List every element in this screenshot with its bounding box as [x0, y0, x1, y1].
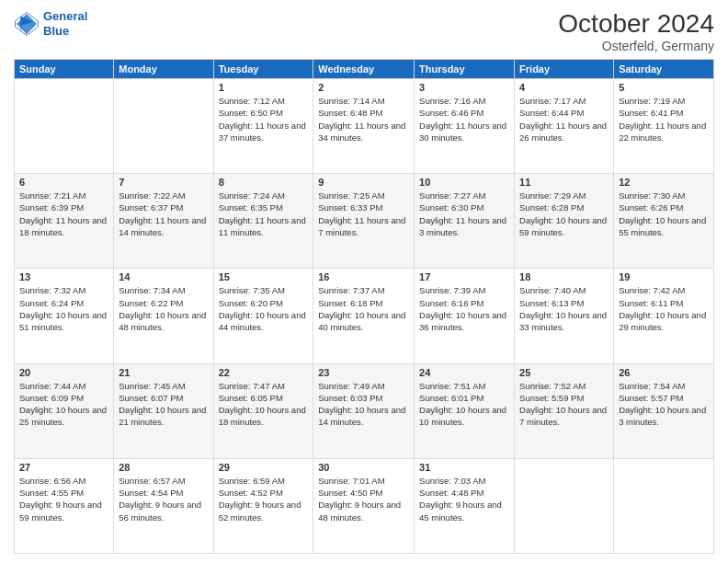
day-number: 6: [19, 177, 108, 188]
cell-3-5: 25 Sunrise: 7:52 AM Sunset: 5:59 PM Dayl…: [515, 363, 614, 458]
day-number: 23: [318, 367, 409, 378]
sunset-text: Sunset: 4:48 PM: [419, 488, 483, 498]
daylight-text: Daylight: 10 hours and 48 minutes.: [119, 310, 206, 332]
sunrise-text: Sunrise: 7:25 AM: [318, 190, 384, 201]
daylight-text: Daylight: 10 hours and 25 minutes.: [19, 405, 107, 427]
daylight-text: Daylight: 10 hours and 33 minutes.: [519, 310, 607, 332]
day-number: 27: [19, 462, 108, 473]
daylight-text: Daylight: 11 hours and 26 minutes.: [519, 121, 607, 143]
week-row-4: 27 Sunrise: 6:56 AM Sunset: 4:55 PM Dayl…: [15, 458, 714, 553]
day-info: Sunrise: 7:54 AM Sunset: 5:57 PM Dayligh…: [619, 380, 709, 429]
sunset-text: Sunset: 6:18 PM: [318, 298, 382, 308]
sunrise-text: Sunrise: 7:39 AM: [419, 285, 485, 295]
sunset-text: Sunset: 4:50 PM: [318, 488, 382, 498]
sunrise-text: Sunrise: 7:44 AM: [19, 381, 85, 391]
header: General Blue October 2024 Osterfeld, Ger…: [14, 9, 714, 53]
daylight-text: Daylight: 11 hours and 7 minutes.: [318, 215, 405, 237]
cell-2-6: 19 Sunrise: 7:42 AM Sunset: 6:11 PM Dayl…: [614, 269, 714, 363]
cell-1-4: 10 Sunrise: 7:27 AM Sunset: 6:30 PM Dayl…: [415, 174, 515, 269]
cell-3-6: 26 Sunrise: 7:54 AM Sunset: 5:57 PM Dayl…: [614, 363, 714, 458]
day-number: 4: [519, 82, 609, 93]
sunset-text: Sunset: 6:09 PM: [19, 393, 84, 403]
day-info: Sunrise: 7:51 AM Sunset: 6:01 PM Dayligh…: [419, 380, 509, 429]
day-info: Sunrise: 7:47 AM Sunset: 6:05 PM Dayligh…: [219, 380, 309, 429]
day-info: Sunrise: 7:19 AM Sunset: 6:41 PM Dayligh…: [619, 95, 709, 144]
sunrise-text: Sunrise: 7:32 AM: [19, 285, 85, 295]
daylight-text: Daylight: 10 hours and 51 minutes.: [19, 310, 107, 332]
cell-3-0: 20 Sunrise: 7:44 AM Sunset: 6:09 PM Dayl…: [15, 363, 114, 458]
day-number: 19: [619, 271, 709, 282]
sunset-text: Sunset: 4:52 PM: [219, 488, 283, 498]
cell-2-0: 13 Sunrise: 7:32 AM Sunset: 6:24 PM Dayl…: [15, 269, 114, 363]
cell-3-2: 22 Sunrise: 7:47 AM Sunset: 6:05 PM Dayl…: [213, 363, 313, 458]
sunset-text: Sunset: 6:26 PM: [619, 202, 683, 213]
daylight-text: Daylight: 9 hours and 59 minutes.: [19, 500, 102, 522]
day-info: Sunrise: 7:24 AM Sunset: 6:35 PM Dayligh…: [219, 190, 309, 238]
sunset-text: Sunset: 6:05 PM: [219, 393, 283, 403]
daylight-text: Daylight: 11 hours and 14 minutes.: [119, 215, 206, 237]
cell-1-5: 11 Sunrise: 7:29 AM Sunset: 6:28 PM Dayl…: [515, 174, 614, 269]
day-info: Sunrise: 7:44 AM Sunset: 6:09 PM Dayligh…: [19, 380, 108, 429]
sunrise-text: Sunrise: 7:17 AM: [519, 96, 586, 106]
daylight-text: Daylight: 10 hours and 21 minutes.: [119, 405, 206, 427]
cell-0-0: [15, 79, 114, 174]
daylight-text: Daylight: 9 hours and 45 minutes.: [419, 500, 502, 522]
sunrise-text: Sunrise: 7:49 AM: [318, 381, 384, 391]
sunset-text: Sunset: 6:37 PM: [119, 202, 183, 213]
calendar-table: Sunday Monday Tuesday Wednesday Thursday…: [14, 59, 714, 554]
cell-1-1: 7 Sunrise: 7:22 AM Sunset: 6:37 PM Dayli…: [114, 174, 213, 269]
cell-2-3: 16 Sunrise: 7:37 AM Sunset: 6:18 PM Dayl…: [313, 269, 415, 363]
daylight-text: Daylight: 10 hours and 3 minutes.: [619, 405, 706, 427]
sunset-text: Sunset: 6:35 PM: [219, 202, 283, 213]
daylight-text: Daylight: 10 hours and 44 minutes.: [219, 310, 306, 332]
sunset-text: Sunset: 6:03 PM: [318, 393, 382, 403]
header-saturday: Saturday: [614, 60, 714, 79]
day-number: 22: [219, 367, 309, 378]
day-number: 12: [619, 177, 709, 188]
sunset-text: Sunset: 6:30 PM: [419, 202, 483, 213]
daylight-text: Daylight: 10 hours and 18 minutes.: [219, 405, 306, 427]
sunset-text: Sunset: 6:48 PM: [318, 108, 382, 118]
daylight-text: Daylight: 10 hours and 36 minutes.: [419, 310, 506, 332]
sunrise-text: Sunrise: 7:24 AM: [219, 190, 285, 201]
cell-2-2: 15 Sunrise: 7:35 AM Sunset: 6:20 PM Dayl…: [213, 269, 313, 363]
sunrise-text: Sunrise: 7:14 AM: [318, 96, 384, 106]
daylight-text: Daylight: 11 hours and 37 minutes.: [219, 121, 306, 143]
sunset-text: Sunset: 6:44 PM: [519, 108, 584, 118]
day-number: 7: [119, 177, 208, 188]
cell-4-1: 28 Sunrise: 6:57 AM Sunset: 4:54 PM Dayl…: [114, 458, 213, 553]
day-info: Sunrise: 7:14 AM Sunset: 6:48 PM Dayligh…: [318, 95, 409, 144]
day-number: 18: [519, 271, 609, 282]
day-info: Sunrise: 6:59 AM Sunset: 4:52 PM Dayligh…: [219, 475, 309, 523]
sunrise-text: Sunrise: 7:54 AM: [619, 381, 685, 391]
day-number: 14: [119, 271, 208, 282]
daylight-text: Daylight: 10 hours and 59 minutes.: [519, 215, 607, 237]
sunrise-text: Sunrise: 7:34 AM: [119, 285, 185, 295]
day-info: Sunrise: 7:16 AM Sunset: 6:46 PM Dayligh…: [419, 95, 509, 144]
cell-3-4: 24 Sunrise: 7:51 AM Sunset: 6:01 PM Dayl…: [415, 363, 515, 458]
sunrise-text: Sunrise: 7:21 AM: [19, 190, 85, 201]
day-number: 8: [219, 177, 309, 188]
day-info: Sunrise: 7:27 AM Sunset: 6:30 PM Dayligh…: [419, 190, 509, 238]
day-info: Sunrise: 7:37 AM Sunset: 6:18 PM Dayligh…: [318, 284, 409, 333]
week-row-1: 6 Sunrise: 7:21 AM Sunset: 6:39 PM Dayli…: [15, 174, 714, 269]
header-thursday: Thursday: [415, 60, 515, 79]
cell-4-0: 27 Sunrise: 6:56 AM Sunset: 4:55 PM Dayl…: [15, 458, 114, 553]
sunset-text: Sunset: 6:22 PM: [119, 298, 183, 308]
cell-0-6: 5 Sunrise: 7:19 AM Sunset: 6:41 PM Dayli…: [614, 79, 714, 174]
sunset-text: Sunset: 6:11 PM: [619, 298, 683, 308]
cell-4-6: [614, 458, 714, 553]
daylight-text: Daylight: 10 hours and 10 minutes.: [419, 405, 506, 427]
day-info: Sunrise: 7:22 AM Sunset: 6:37 PM Dayligh…: [119, 190, 208, 238]
day-number: 26: [619, 367, 709, 378]
sunrise-text: Sunrise: 7:35 AM: [219, 285, 285, 295]
day-info: Sunrise: 7:45 AM Sunset: 6:07 PM Dayligh…: [119, 380, 208, 429]
cell-3-3: 23 Sunrise: 7:49 AM Sunset: 6:03 PM Dayl…: [313, 363, 415, 458]
day-info: Sunrise: 7:39 AM Sunset: 6:16 PM Dayligh…: [419, 284, 509, 333]
week-row-2: 13 Sunrise: 7:32 AM Sunset: 6:24 PM Dayl…: [15, 269, 714, 363]
sunset-text: Sunset: 4:54 PM: [119, 488, 183, 498]
day-info: Sunrise: 7:35 AM Sunset: 6:20 PM Dayligh…: [219, 284, 309, 333]
sunset-text: Sunset: 5:59 PM: [519, 393, 584, 403]
day-number: 31: [419, 462, 509, 473]
day-number: 28: [119, 462, 208, 473]
